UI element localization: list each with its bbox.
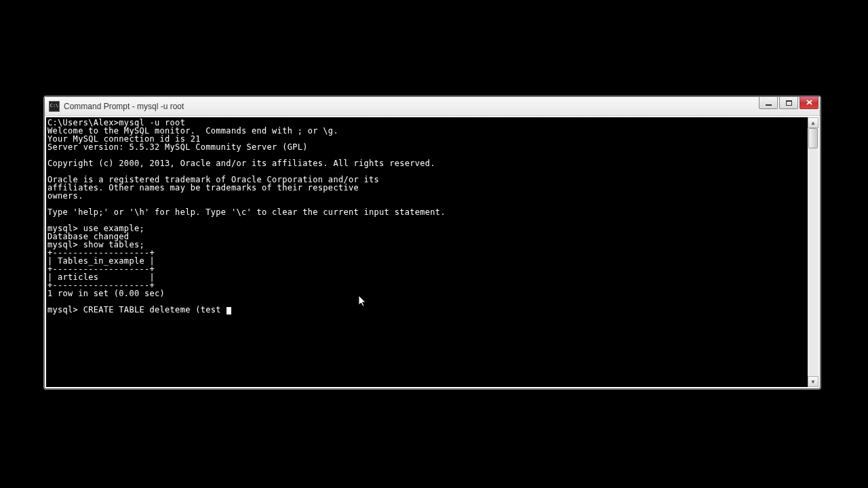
scroll-down-button[interactable]: ▼: [808, 376, 818, 387]
titlebar[interactable]: Command Prompt - mysql -u root ✕: [45, 97, 820, 116]
cmd-icon: [49, 101, 60, 112]
window-controls: ✕: [759, 97, 818, 109]
scroll-up-button[interactable]: ▲: [808, 117, 818, 128]
maximize-button[interactable]: [779, 97, 798, 109]
window-title: Command Prompt - mysql -u root: [64, 102, 184, 111]
close-icon: ✕: [806, 99, 813, 106]
close-button[interactable]: ✕: [800, 97, 818, 109]
terminal-output[interactable]: C:\Users\Alex>mysql -u root Welcome to t…: [46, 117, 808, 387]
scrollbar-track[interactable]: [808, 128, 818, 376]
terminal-container: C:\Users\Alex>mysql -u root Welcome to t…: [46, 117, 818, 387]
minimize-button[interactable]: [759, 97, 778, 109]
vertical-scrollbar[interactable]: ▲ ▼: [808, 117, 818, 387]
command-prompt-window: Command Prompt - mysql -u root ✕ C:\User…: [44, 96, 821, 389]
scrollbar-thumb[interactable]: [808, 128, 818, 148]
maximize-icon: [786, 100, 792, 106]
text-cursor: [226, 307, 231, 314]
minimize-icon: [766, 104, 772, 106]
